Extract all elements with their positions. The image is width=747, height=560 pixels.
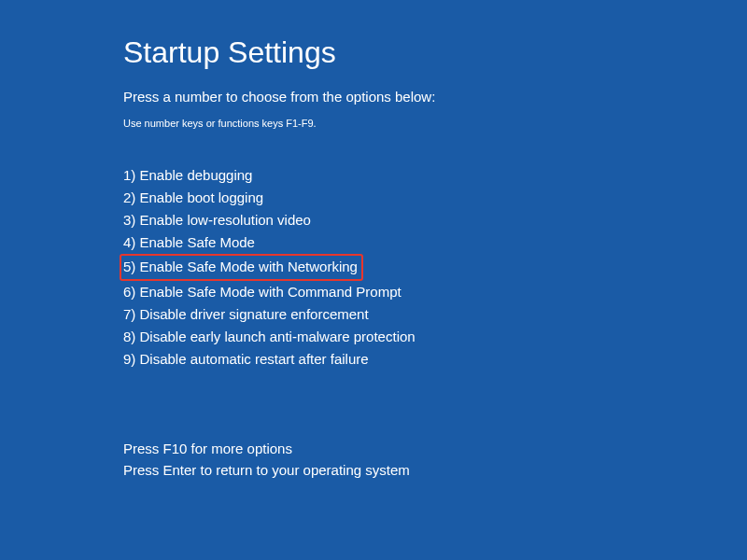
page-title: Startup Settings (123, 35, 747, 70)
option-disable-automatic-restart[interactable]: 9) Disable automatic restart after failu… (123, 348, 369, 371)
option-enable-safe-mode-networking[interactable]: 5) Enable Safe Mode with Networking (120, 254, 363, 281)
option-disable-early-launch-antimalware[interactable]: 8) Disable early launch anti-malware pro… (123, 326, 416, 348)
option-enable-safe-mode[interactable]: 4) Enable Safe Mode (123, 231, 255, 254)
option-enable-debugging[interactable]: 1) Enable debugging (123, 164, 252, 187)
boot-options-list: 1) Enable debugging 2) Enable boot loggi… (123, 164, 747, 371)
footer-more-options: Press F10 for more options (123, 438, 747, 459)
startup-settings-screen: Startup Settings Press a number to choos… (0, 0, 747, 482)
hint-text: Use number keys or functions keys F1-F9. (123, 118, 747, 129)
option-enable-safe-mode-command-prompt[interactable]: 6) Enable Safe Mode with Command Prompt (123, 281, 402, 303)
option-enable-boot-logging[interactable]: 2) Enable boot logging (123, 187, 263, 209)
option-enable-low-resolution-video[interactable]: 3) Enable low-resolution video (123, 209, 311, 231)
footer-return: Press Enter to return to your operating … (123, 459, 747, 481)
instruction-text: Press a number to choose from the option… (123, 89, 747, 105)
option-disable-driver-signature-enforcement[interactable]: 7) Disable driver signature enforcement (123, 303, 369, 326)
